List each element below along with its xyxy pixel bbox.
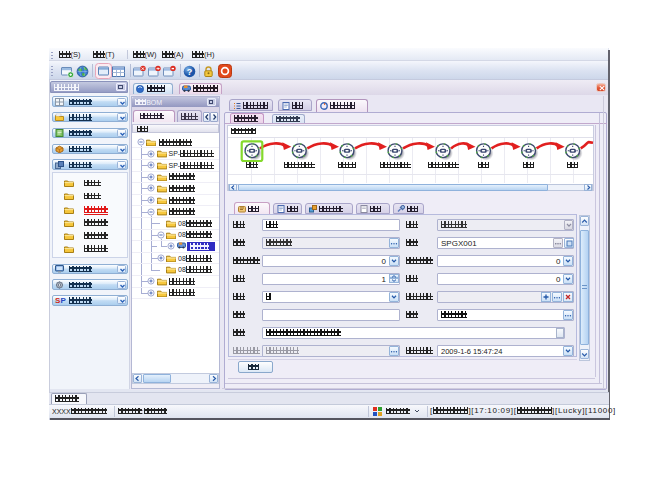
svg-text:?: ? (186, 66, 192, 76)
svg-text:P: P (61, 296, 67, 304)
